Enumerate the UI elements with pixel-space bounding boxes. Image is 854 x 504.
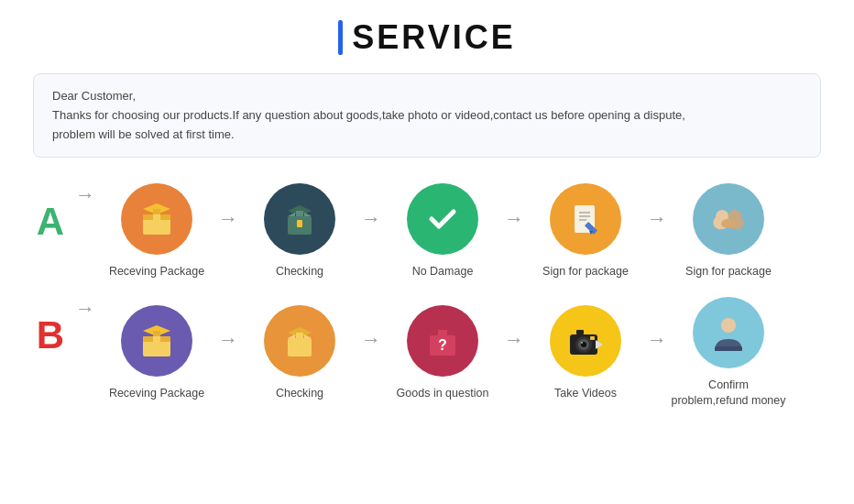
- label-confirm-problem: Confirm problem,refund money: [669, 378, 788, 410]
- svg-marker-44: [596, 340, 603, 349]
- icon-no-damage: [407, 183, 478, 255]
- row-b-label: B: [27, 297, 73, 357]
- svg-rect-27: [153, 331, 160, 336]
- row-a-label: A: [27, 183, 73, 244]
- notice-line1: Dear Customer,: [52, 87, 802, 106]
- icon-checking-a: [264, 183, 335, 255]
- arrow-b-start: →: [75, 297, 95, 346]
- svg-point-11: [422, 199, 463, 239]
- svg-rect-30: [296, 333, 303, 338]
- icon-take-videos: [550, 305, 621, 377]
- title-text: SERVICE: [352, 18, 515, 57]
- flow-item-goods-question: ? Goods in question: [383, 305, 502, 402]
- flow-row-a: A → Receving Package →: [27, 183, 827, 280]
- flow-item-confirm-problem: Confirm problem,refund money: [669, 297, 788, 410]
- icon-confirm-problem: [693, 297, 764, 368]
- flow-items-b: Receving Package → Checking →: [97, 297, 827, 410]
- svg-marker-31: [288, 334, 295, 338]
- svg-point-22: [721, 219, 736, 228]
- title-accent-bar: [338, 20, 343, 55]
- svg-rect-28: [288, 338, 312, 356]
- arrow-a-start: →: [75, 183, 95, 233]
- svg-text:?: ?: [438, 337, 447, 353]
- arrow-a-1: →: [218, 207, 238, 257]
- svg-marker-8: [288, 213, 295, 216]
- svg-point-41: [581, 342, 583, 344]
- icon-goods-question: ?: [407, 305, 478, 377]
- icon-receiving-a: [121, 183, 192, 255]
- svg-rect-25: [153, 336, 160, 342]
- label-receiving-a: Receving Package: [109, 264, 204, 280]
- svg-rect-43: [590, 336, 595, 340]
- label-sign-b: Sign for package: [685, 264, 772, 280]
- notice-line2: Thanks for choosing our products.If any …: [52, 106, 802, 126]
- arrow-b-2: →: [361, 328, 381, 378]
- arrow-b-4: →: [647, 328, 667, 378]
- svg-point-45: [721, 318, 736, 333]
- arrow-a-4: →: [647, 207, 667, 257]
- flow-row-b: B → Receving Package →: [27, 297, 827, 410]
- svg-rect-7: [296, 211, 303, 216]
- arrow-a-2: →: [361, 207, 381, 257]
- notice-line3: problem will be solved at first time.: [52, 126, 802, 145]
- svg-rect-10: [297, 220, 302, 227]
- icon-sign-b: [693, 183, 764, 255]
- flow-item-no-damage: No Damage: [383, 183, 502, 280]
- svg-rect-42: [576, 330, 584, 334]
- flow-item-checking-a: Checking: [240, 183, 359, 280]
- label-receiving-b: Receving Package: [109, 386, 204, 402]
- svg-marker-9: [304, 213, 312, 216]
- flow-item-receiving-a: Receving Package: [97, 183, 216, 280]
- icon-checking-b: [264, 305, 335, 377]
- label-checking-b: Checking: [276, 386, 323, 402]
- svg-rect-2: [153, 214, 160, 220]
- flow-item-checking-b: Checking: [240, 305, 359, 402]
- flow-item-sign-b: Sign for package: [669, 183, 788, 280]
- svg-marker-32: [304, 334, 312, 338]
- svg-rect-35: [438, 330, 447, 335]
- arrow-b-3: →: [504, 328, 524, 378]
- arrow-a-3: →: [504, 207, 524, 257]
- label-take-videos: Take Videos: [554, 386, 617, 402]
- label-sign-a: Sign for package: [542, 264, 629, 280]
- icon-receiving-b: [121, 305, 192, 377]
- notice-box: Dear Customer, Thanks for choosing our p…: [33, 73, 821, 158]
- arrow-b-1: →: [218, 328, 238, 378]
- label-goods-question: Goods in question: [397, 386, 489, 402]
- page-title: SERVICE: [338, 18, 515, 57]
- label-no-damage: No Damage: [412, 264, 474, 280]
- flow-item-take-videos: Take Videos: [526, 305, 645, 402]
- label-checking-a: Checking: [276, 264, 323, 280]
- flow-items-a: Receving Package → Checking →: [97, 183, 827, 280]
- svg-rect-46: [715, 346, 742, 351]
- svg-rect-4: [153, 209, 160, 214]
- icon-sign-a: [550, 183, 621, 255]
- flow-item-receiving-b: Receving Package: [97, 305, 216, 402]
- flow-item-sign-a: Sign for package: [526, 183, 645, 280]
